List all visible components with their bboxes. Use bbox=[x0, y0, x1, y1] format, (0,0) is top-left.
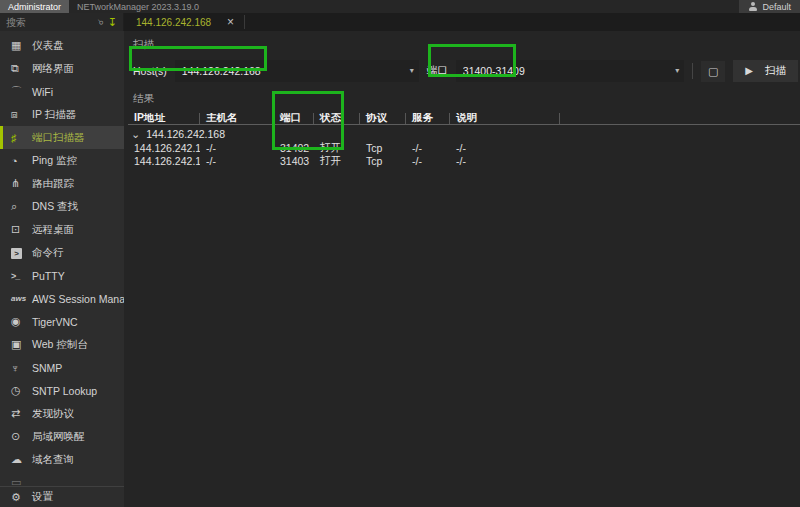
cell-protocol: Tcp bbox=[360, 155, 406, 167]
profiles-button[interactable]: ▢ bbox=[701, 61, 725, 82]
sidebar-item-web-console[interactable]: ▣ Web 控制台 bbox=[0, 333, 124, 356]
scan-button-label: 扫描 bbox=[765, 64, 786, 78]
port-input[interactable] bbox=[463, 65, 671, 77]
cell-ip: 144.126.242.168 bbox=[128, 142, 200, 154]
sidebar-item-dns-lookup[interactable]: ⌕ DNS 查找 bbox=[0, 195, 124, 218]
tab-separator bbox=[244, 15, 245, 29]
sidebar-item-discovery-protocol[interactable]: ⇄ 发现协议 bbox=[0, 402, 124, 425]
host-input[interactable] bbox=[182, 65, 406, 77]
tab-bar: 144.126.242.168 × bbox=[124, 13, 800, 31]
port-label: 端口 bbox=[427, 64, 448, 78]
dns-lookup-icon: ⌕ bbox=[11, 200, 32, 213]
cell-hostname: -/- bbox=[200, 155, 274, 167]
col-ip-address[interactable]: IP地址 bbox=[128, 113, 200, 124]
sidebar-item-powershell[interactable]: > 命令行 bbox=[0, 241, 124, 264]
titlebar-spacer bbox=[207, 0, 739, 13]
pin-icon[interactable]: ↧ bbox=[108, 17, 117, 28]
col-port[interactable]: 端口 bbox=[274, 113, 314, 124]
tab-close-icon[interactable]: × bbox=[227, 16, 234, 28]
results-section-title: 结果 bbox=[133, 92, 800, 106]
second-row: ⌕ ↧ 144.126.242.168 × bbox=[0, 13, 800, 31]
sidebar-search: ⌕ ↧ bbox=[0, 13, 124, 31]
cell-port: 31403 bbox=[274, 155, 314, 167]
sidebar-item-wake-on-lan[interactable]: ⊙ 局域网唤醒 bbox=[0, 425, 124, 448]
chevron-down-icon[interactable]: ▾ bbox=[410, 67, 414, 75]
col-service[interactable]: 服务 bbox=[406, 113, 450, 124]
cell-protocol: Tcp bbox=[360, 142, 406, 154]
port-combobox[interactable]: ▾ bbox=[456, 60, 684, 82]
sidebar-item-ping-monitor[interactable]: ◔ Ping 监控 bbox=[0, 149, 124, 172]
sidebar-item-network-interface[interactable]: ⧉ 网络界面 bbox=[0, 57, 124, 80]
profile-label: Default bbox=[762, 2, 791, 12]
host-combobox[interactable]: ▾ bbox=[175, 60, 419, 82]
cell-description: -/- bbox=[450, 142, 560, 154]
col-description[interactable]: 说明 bbox=[450, 113, 560, 124]
host-label: Host(s) bbox=[133, 65, 167, 77]
sidebar-item-whois[interactable]: ☁ 域名查询 bbox=[0, 448, 124, 471]
sidebar: ▦ 仪表盘 ⧉ 网络界面 ⌒ WiFi ⧈ IP 扫描器 ♯ 端口扫描器 ◔ P… bbox=[0, 31, 124, 507]
tab-port-scan[interactable]: 144.126.242.168 × bbox=[124, 13, 244, 31]
cell-hostname: -/- bbox=[200, 142, 274, 154]
sidebar-item-putty[interactable]: >_ PuTTY bbox=[0, 264, 124, 287]
sidebar-item-aws-session-manager[interactable]: aws AWS Session Manager bbox=[0, 287, 124, 310]
power-icon: ⊙ bbox=[11, 430, 32, 443]
folder-search-icon: ▢ bbox=[708, 65, 718, 78]
wifi-icon: ⌒ bbox=[11, 84, 32, 99]
titlebar: Administrator NETworkManager 2023.3.19.0… bbox=[0, 0, 800, 13]
aws-icon: aws bbox=[11, 294, 32, 303]
tab-label: 144.126.242.168 bbox=[136, 17, 211, 28]
sidebar-item-snmp[interactable]: ♆ SNMP bbox=[0, 356, 124, 379]
col-hostname[interactable]: 主机名 bbox=[200, 113, 274, 124]
discovery-protocol-icon: ⇄ bbox=[11, 407, 32, 420]
cell-service: -/- bbox=[406, 142, 450, 154]
chevron-down-icon[interactable]: ▾ bbox=[675, 67, 679, 75]
network-interface-icon: ⧉ bbox=[11, 62, 32, 75]
sidebar-item-sntp-lookup[interactable]: ◷ SNTP Lookup bbox=[0, 379, 124, 402]
col-protocol[interactable]: 协议 bbox=[360, 113, 406, 124]
snmp-icon: ♆ bbox=[11, 362, 32, 374]
sidebar-item-ip-scanner[interactable]: ⧈ IP 扫描器 bbox=[0, 103, 124, 126]
sidebar-item-port-scanner[interactable]: ♯ 端口扫描器 bbox=[0, 126, 124, 149]
search-input[interactable] bbox=[6, 17, 96, 28]
whois-cloud-icon: ☁ bbox=[11, 453, 32, 466]
search-icon: ⌕ bbox=[95, 19, 106, 25]
putty-icon: >_ bbox=[11, 271, 32, 281]
dashboard-icon: ▦ bbox=[11, 39, 32, 52]
web-console-icon: ▣ bbox=[11, 338, 32, 351]
results-table: IP地址 主机名 端口 状态 协议 服务 说明 ⌄ 144.126.242.16… bbox=[128, 112, 800, 168]
cell-status: 打开 bbox=[314, 154, 360, 168]
col-status[interactable]: 状态 bbox=[314, 113, 360, 124]
cell-ip: 144.126.242.168 bbox=[128, 155, 200, 167]
sidebar-item-remote-desktop[interactable]: ⊡ 远程桌面 bbox=[0, 218, 124, 241]
cell-port: 31402 bbox=[274, 142, 314, 154]
table-row[interactable]: 144.126.242.168 -/- 31403 打开 Tcp -/- -/- bbox=[128, 155, 800, 169]
clock-icon: ◷ bbox=[11, 384, 32, 397]
table-row[interactable]: 144.126.242.168 -/- 31402 打开 Tcp -/- -/- bbox=[128, 141, 800, 155]
eye-icon: ◉ bbox=[11, 315, 32, 328]
cell-description: -/- bbox=[450, 155, 560, 167]
cell-status: 打开 bbox=[314, 141, 360, 155]
scan-button[interactable]: ▶ 扫描 bbox=[733, 60, 798, 82]
ping-monitor-icon: ◔ bbox=[11, 155, 32, 167]
app-title: NETworkManager 2023.3.19.0 bbox=[69, 0, 207, 13]
powershell-icon: > bbox=[11, 246, 32, 259]
group-ip: 144.126.242.168 bbox=[146, 128, 225, 140]
admin-badge: Administrator bbox=[0, 0, 69, 13]
sidebar-item-tigervnc[interactable]: ◉ TigerVNC bbox=[0, 310, 124, 333]
sidebar-item-traceroute[interactable]: ⋔ 路由跟踪 bbox=[0, 172, 124, 195]
chevron-expander-icon[interactable]: ⌄ bbox=[131, 131, 140, 138]
ip-scanner-icon: ⧈ bbox=[11, 108, 32, 121]
results-table-header: IP地址 主机名 端口 状态 协议 服务 说明 bbox=[128, 112, 800, 125]
sidebar-nav: ▦ 仪表盘 ⧉ 网络界面 ⌒ WiFi ⧈ IP 扫描器 ♯ 端口扫描器 ◔ P… bbox=[0, 31, 124, 494]
results-group-row[interactable]: ⌄ 144.126.242.168 bbox=[128, 127, 800, 141]
col-filler bbox=[560, 113, 800, 124]
port-scanner-icon: ♯ bbox=[11, 132, 32, 144]
profile-button[interactable]: Default bbox=[739, 0, 800, 13]
gear-icon: ⚙ bbox=[11, 491, 32, 504]
person-icon bbox=[748, 2, 757, 11]
toolbar-divider bbox=[692, 63, 693, 79]
port-scanner-view: 扫描 Host(s) ▾ 端口 ▾ ▢ ▶ 扫描 结果 IP bbox=[124, 31, 800, 507]
sidebar-item-settings[interactable]: ⚙ 设置 bbox=[0, 486, 124, 507]
sidebar-item-wifi[interactable]: ⌒ WiFi bbox=[0, 80, 124, 103]
sidebar-item-dashboard[interactable]: ▦ 仪表盘 bbox=[0, 34, 124, 57]
